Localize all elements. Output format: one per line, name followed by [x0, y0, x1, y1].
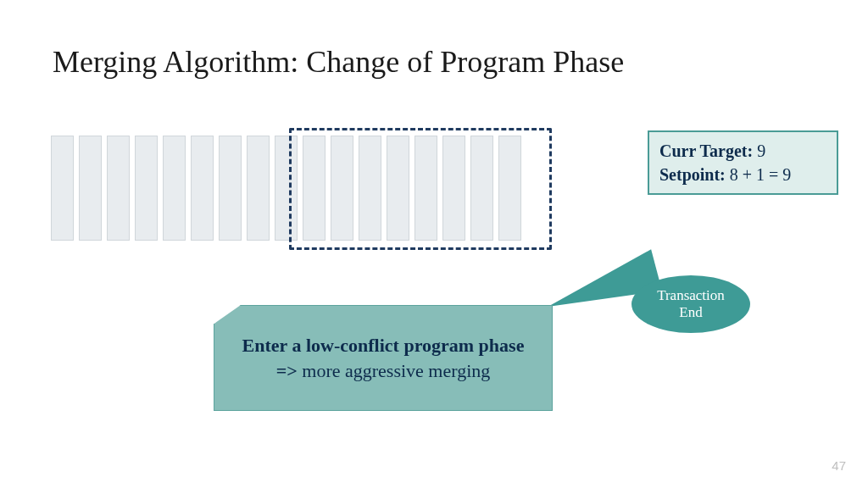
bar: [191, 136, 214, 241]
curr-target-row: Curr Target: 9: [659, 139, 826, 163]
phase-line2-text: more aggressive merging: [298, 360, 490, 381]
transaction-end-callout: Transaction End: [632, 275, 750, 333]
slide-title: Merging Algorithm: Change of Program Pha…: [53, 44, 624, 80]
info-panel: Curr Target: 9 Setpoint: 8 + 1 = 9: [648, 130, 838, 195]
arrow-icon: =>: [276, 360, 298, 381]
bar: [247, 136, 270, 241]
bar: [51, 136, 74, 241]
phase-line2: => more aggressive merging: [276, 360, 491, 382]
bar: [107, 136, 130, 241]
setpoint-label: Setpoint:: [659, 165, 726, 184]
bar: [163, 136, 186, 241]
curr-target-label: Curr Target:: [659, 141, 753, 160]
phase-annotation: Enter a low-conflict program phase => mo…: [214, 305, 553, 411]
bar: [79, 136, 102, 241]
setpoint-value: 8 + 1 = 9: [730, 165, 792, 184]
callout-line2: End: [679, 304, 702, 320]
curr-target-value: 9: [757, 141, 765, 160]
bar: [135, 136, 158, 241]
callout-line1: Transaction: [657, 287, 725, 303]
bar: [219, 136, 242, 241]
phase-line1: Enter a low-conflict program phase: [242, 335, 525, 357]
page-number: 47: [832, 458, 846, 473]
selection-box: [289, 128, 552, 250]
setpoint-row: Setpoint: 8 + 1 = 9: [659, 163, 826, 186]
